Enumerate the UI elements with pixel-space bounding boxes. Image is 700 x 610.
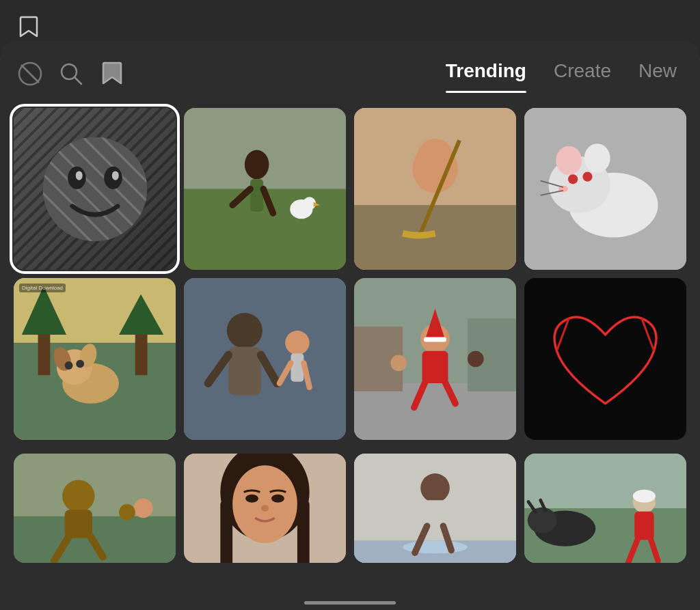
svg-point-30 xyxy=(584,143,610,173)
svg-point-68 xyxy=(390,355,407,372)
svg-rect-89 xyxy=(297,500,310,563)
svg-point-9 xyxy=(75,171,82,180)
svg-point-69 xyxy=(468,351,484,368)
nav-bar: Trending Create New xyxy=(0,41,700,87)
svg-point-85 xyxy=(245,495,258,503)
svg-point-46 xyxy=(65,361,73,370)
grid-item-7[interactable] xyxy=(354,278,516,440)
svg-point-94 xyxy=(420,473,450,503)
svg-point-87 xyxy=(261,505,269,511)
svg-rect-70 xyxy=(524,278,686,440)
scroll-indicator xyxy=(304,601,396,605)
svg-line-3 xyxy=(75,77,81,84)
svg-rect-63 xyxy=(422,351,448,383)
svg-point-6 xyxy=(42,137,147,241)
svg-rect-65 xyxy=(424,337,446,342)
block-icon[interactable] xyxy=(16,60,44,87)
bookmark-nav-icon[interactable] xyxy=(98,60,126,87)
grid-item-4[interactable] xyxy=(524,108,686,270)
svg-point-14 xyxy=(245,150,269,180)
svg-point-32 xyxy=(582,172,592,182)
svg-rect-51 xyxy=(228,347,260,396)
svg-rect-13 xyxy=(184,108,346,189)
top-bookmark-icon[interactable] xyxy=(16,15,41,40)
grid-item-6[interactable] xyxy=(184,278,346,440)
svg-point-47 xyxy=(76,360,84,368)
content-grid: Digital Download xyxy=(0,87,700,454)
tab-create[interactable]: Create xyxy=(554,60,611,87)
svg-rect-88 xyxy=(220,500,232,563)
svg-rect-99 xyxy=(524,454,686,508)
grid-item-9[interactable] xyxy=(14,454,176,563)
svg-point-10 xyxy=(111,171,118,180)
svg-point-79 xyxy=(133,499,152,518)
svg-point-31 xyxy=(568,174,578,184)
scene-label-5: Digital Download xyxy=(19,283,66,292)
svg-point-54 xyxy=(285,331,310,355)
grid-item-10[interactable] xyxy=(184,454,346,563)
grid-item-8[interactable] xyxy=(524,278,686,440)
svg-point-102 xyxy=(528,508,557,533)
svg-point-84 xyxy=(232,465,297,543)
svg-rect-15 xyxy=(250,179,263,211)
tab-new[interactable]: New xyxy=(638,60,677,87)
svg-point-86 xyxy=(271,495,284,503)
svg-rect-22 xyxy=(354,205,516,270)
svg-point-29 xyxy=(556,146,582,176)
svg-rect-106 xyxy=(634,512,654,540)
search-icon[interactable] xyxy=(57,60,85,87)
svg-line-1 xyxy=(21,65,39,83)
grid-item-5[interactable]: Digital Download xyxy=(14,278,176,440)
nav-tabs: Trending Create New xyxy=(446,60,677,87)
grid-item-2[interactable] xyxy=(184,108,346,270)
svg-rect-59 xyxy=(354,383,516,440)
svg-point-50 xyxy=(227,313,262,348)
grid-item-3[interactable] xyxy=(354,108,516,270)
svg-point-80 xyxy=(119,504,135,521)
tab-trending[interactable]: Trending xyxy=(446,60,526,87)
grid-item-12[interactable] xyxy=(524,454,686,563)
main-panel: Trending Create New xyxy=(0,41,700,610)
bottom-grid xyxy=(0,454,700,563)
svg-point-75 xyxy=(62,480,94,512)
svg-rect-55 xyxy=(291,353,304,381)
grid-item-1[interactable] xyxy=(14,108,176,270)
grid-item-11[interactable] xyxy=(354,454,516,563)
svg-point-109 xyxy=(633,490,656,503)
